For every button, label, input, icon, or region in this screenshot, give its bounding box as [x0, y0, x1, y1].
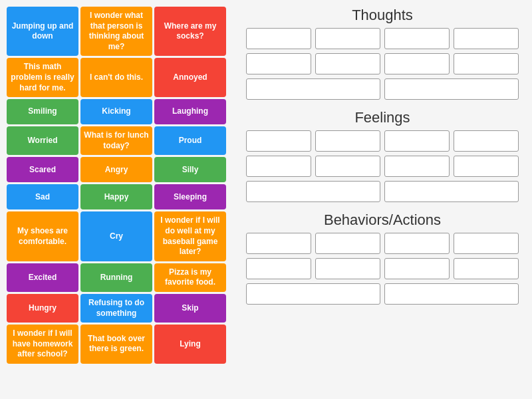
behaviors-title: Behaviors/Actions: [246, 211, 519, 229]
card-item[interactable]: I wonder if I will do well at my basebal…: [154, 211, 226, 261]
card-item[interactable]: Kicking: [80, 99, 152, 124]
feelings-title: Feelings: [246, 109, 519, 126]
card-item[interactable]: Lying: [154, 325, 226, 364]
behaviors-box-3-1[interactable]: [246, 283, 380, 305]
card-item[interactable]: I wonder what that person is thinking ab…: [80, 7, 152, 56]
card-grid: Jumping up and downI wonder what that pe…: [7, 7, 226, 364]
feelings-box-1-1[interactable]: [246, 130, 311, 152]
card-item[interactable]: Angry: [80, 157, 152, 182]
thoughts-box-1-4[interactable]: [454, 28, 519, 49]
card-item[interactable]: Proud: [154, 126, 226, 155]
behaviors-box-2-4[interactable]: [454, 258, 519, 279]
card-item[interactable]: Hungry: [7, 294, 78, 323]
card-item[interactable]: I can't do this.: [80, 58, 152, 97]
feelings-box-1-4[interactable]: [454, 130, 519, 152]
card-item[interactable]: Skip: [154, 294, 226, 323]
feelings-box-3-1[interactable]: [246, 181, 380, 202]
card-item[interactable]: Pizza is my favorite food.: [154, 263, 226, 292]
thoughts-box-1-2[interactable]: [315, 28, 380, 49]
feelings-row-1: [246, 130, 519, 152]
card-item[interactable]: Happy: [80, 184, 152, 209]
feelings-row-3: [246, 181, 519, 202]
card-item[interactable]: My shoes are comfortable.: [7, 211, 78, 261]
thoughts-box-3-1[interactable]: [246, 78, 380, 100]
behaviors-box-1-2[interactable]: [315, 233, 380, 254]
feelings-box-2-4[interactable]: [454, 156, 519, 177]
card-item[interactable]: Silly: [154, 157, 226, 182]
thoughts-drop-zone: [246, 28, 519, 100]
card-item[interactable]: Annoyed: [154, 58, 226, 97]
feelings-box-1-3[interactable]: [384, 130, 450, 152]
behaviors-drop-zone: [246, 233, 519, 305]
thoughts-box-2-4[interactable]: [454, 53, 519, 74]
feelings-box-1-2[interactable]: [315, 130, 380, 152]
behaviors-box-2-1[interactable]: [246, 258, 311, 279]
behaviors-row-2: [246, 258, 519, 279]
card-item[interactable]: Sleeping: [154, 184, 226, 209]
thoughts-box-3-2[interactable]: [384, 78, 519, 100]
card-item[interactable]: That book over there is green.: [80, 325, 152, 364]
card-item[interactable]: Running: [80, 263, 152, 292]
card-source-panel: Jumping up and downI wonder what that pe…: [0, 0, 233, 399]
behaviors-box-2-3[interactable]: [384, 258, 450, 279]
card-item[interactable]: Where are my socks?: [154, 7, 226, 56]
behaviors-box-2-2[interactable]: [315, 258, 380, 279]
thoughts-row-1: [246, 28, 519, 49]
thoughts-box-1-1[interactable]: [246, 28, 311, 49]
feelings-drop-zone: [246, 130, 519, 202]
card-item[interactable]: I wonder if I will have homework after s…: [7, 325, 78, 364]
behaviors-row-3: [246, 283, 519, 305]
thoughts-box-2-1[interactable]: [246, 53, 311, 74]
behaviors-box-3-2[interactable]: [384, 283, 519, 305]
card-item[interactable]: What is for lunch today?: [80, 126, 152, 155]
thoughts-box-2-3[interactable]: [384, 53, 450, 74]
thoughts-box-2-2[interactable]: [315, 53, 380, 74]
feelings-box-2-2[interactable]: [315, 156, 380, 177]
thoughts-section: Thoughts: [246, 7, 519, 100]
thoughts-title: Thoughts: [246, 7, 519, 24]
feelings-row-2: [246, 156, 519, 177]
card-item[interactable]: Cry: [80, 211, 152, 261]
feelings-box-2-3[interactable]: [384, 156, 450, 177]
thoughts-box-1-3[interactable]: [384, 28, 450, 49]
behaviors-box-1-1[interactable]: [246, 233, 311, 254]
thoughts-row-3: [246, 78, 519, 100]
card-item[interactable]: Sad: [7, 184, 78, 209]
behaviors-box-1-4[interactable]: [454, 233, 519, 254]
card-item[interactable]: Jumping up and down: [7, 7, 78, 56]
card-item[interactable]: Scared: [7, 157, 78, 182]
card-item[interactable]: Smiling: [7, 99, 78, 124]
card-item[interactable]: Excited: [7, 263, 78, 292]
behaviors-section: Behaviors/Actions: [246, 211, 519, 305]
behaviors-box-1-3[interactable]: [384, 233, 450, 254]
card-item[interactable]: Laughing: [154, 99, 226, 124]
behaviors-row-1: [246, 233, 519, 254]
feelings-section: Feelings: [246, 109, 519, 202]
sorting-panel: Thoughts Feelings: [233, 0, 532, 399]
card-item[interactable]: This math problem is really hard for me.: [7, 58, 78, 97]
feelings-box-2-1[interactable]: [246, 156, 311, 177]
feelings-box-3-2[interactable]: [384, 181, 519, 202]
card-item[interactable]: Worried: [7, 126, 78, 155]
thoughts-row-2: [246, 53, 519, 74]
card-item[interactable]: Refusing to do something: [80, 294, 152, 323]
